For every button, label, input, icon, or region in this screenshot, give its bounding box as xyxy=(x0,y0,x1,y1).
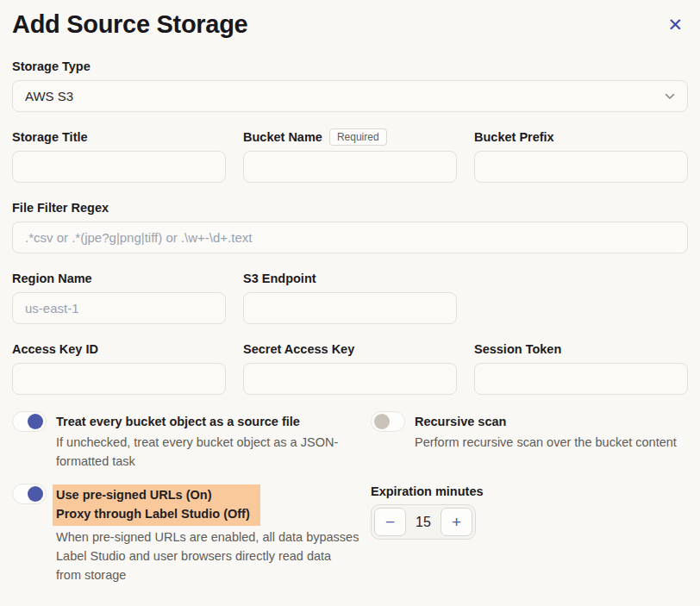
storage-title-label: Storage Title xyxy=(12,128,226,146)
chevron-down-icon xyxy=(665,93,675,100)
toggle-knob xyxy=(28,486,43,502)
file-filter-section: File Filter Regex xyxy=(12,198,688,253)
recursive-scan-toggle[interactable] xyxy=(371,411,405,432)
file-filter-regex-input[interactable] xyxy=(12,222,688,253)
presigned-toggle-description: When pre-signed URLs are enabled, all da… xyxy=(56,528,359,584)
source-file-toggle-label: Treat every bucket object as a source fi… xyxy=(56,412,359,431)
dialog-header: Add Source Storage ✕ xyxy=(12,10,688,39)
access-key-id-label: Access Key ID xyxy=(12,340,226,358)
storage-type-value: AWS S3 xyxy=(25,89,73,103)
source-file-toggle-description: If unchecked, treat every bucket object … xyxy=(56,433,359,471)
region-name-input[interactable] xyxy=(12,292,226,324)
bucket-name-label-text: Bucket Name xyxy=(243,130,322,144)
storage-title-field-group: Storage Title xyxy=(12,128,226,183)
access-key-id-field-group: Access Key ID xyxy=(12,340,226,395)
access-key-id-input[interactable] xyxy=(12,363,226,395)
presigned-label-line2: Proxy through Label Studio (Off) xyxy=(56,504,250,523)
bucket-name-field-group: Bucket Name Required xyxy=(243,128,457,183)
increase-button[interactable]: + xyxy=(441,508,472,536)
storage-title-input[interactable] xyxy=(12,151,226,183)
presigned-urls-toggle[interactable] xyxy=(12,484,47,504)
toggle-row-1: Treat every bucket object as a source fi… xyxy=(12,412,688,471)
recursive-scan-toggle-group: Recursive scan Perform recursive scan ov… xyxy=(371,412,688,471)
secret-access-key-input[interactable] xyxy=(243,363,457,395)
bucket-row: Storage Title Bucket Name Required Bucke… xyxy=(12,128,688,183)
recursive-scan-toggle-description: Perform recursive scan over the bucket c… xyxy=(415,433,677,452)
bucket-prefix-field-group: Bucket Prefix xyxy=(474,128,688,183)
presigned-text: Use pre-signed URLs (On) Proxy through L… xyxy=(56,484,359,584)
recursive-scan-toggle-label: Recursive scan xyxy=(415,412,677,431)
credentials-row: Access Key ID Secret Access Key Session … xyxy=(12,340,688,395)
required-badge: Required xyxy=(329,128,387,146)
s3-endpoint-field-group: S3 Endpoint xyxy=(243,269,457,324)
source-file-text: Treat every bucket object as a source fi… xyxy=(56,412,359,471)
s3-endpoint-input[interactable] xyxy=(243,292,457,324)
toggle-knob xyxy=(28,414,43,429)
session-token-label: Session Token xyxy=(474,340,688,358)
region-name-label: Region Name xyxy=(12,269,226,287)
expiration-group: Expiration minutes − 15 + xyxy=(371,484,688,584)
region-name-field-group: Region Name xyxy=(12,269,226,324)
bucket-name-label: Bucket Name Required xyxy=(243,128,457,146)
presigned-toggle-group: Use pre-signed URLs (On) Proxy through L… xyxy=(12,484,371,584)
source-file-toggle-group: Treat every bucket object as a source fi… xyxy=(12,412,371,471)
recursive-scan-text: Recursive scan Perform recursive scan ov… xyxy=(415,412,677,452)
bucket-prefix-input[interactable] xyxy=(474,151,688,183)
storage-type-label: Storage Type xyxy=(12,57,688,75)
source-file-toggle[interactable] xyxy=(12,411,47,432)
decrease-button[interactable]: − xyxy=(374,508,406,536)
empty-column xyxy=(474,269,688,324)
toggle-knob xyxy=(374,414,390,429)
toggle-row-2: Use pre-signed URLs (On) Proxy through L… xyxy=(12,484,688,584)
session-token-field-group: Session Token xyxy=(474,340,688,395)
presigned-label-line1: Use pre-signed URLs (On) xyxy=(56,485,250,504)
secret-access-key-label: Secret Access Key xyxy=(243,340,457,358)
page-title: Add Source Storage xyxy=(12,10,247,39)
session-token-input[interactable] xyxy=(474,363,688,395)
file-filter-regex-label: File Filter Regex xyxy=(12,198,688,216)
presigned-highlighted-label: Use pre-signed URLs (On) Proxy through L… xyxy=(53,484,260,526)
bucket-name-input[interactable] xyxy=(243,151,457,183)
close-icon[interactable]: ✕ xyxy=(662,12,688,37)
bucket-prefix-label: Bucket Prefix xyxy=(474,128,688,146)
storage-type-section: Storage Type AWS S3 xyxy=(12,57,688,112)
expiration-minutes-stepper: − 15 + xyxy=(371,504,476,540)
s3-endpoint-label: S3 Endpoint xyxy=(243,269,457,287)
region-row: Region Name S3 Endpoint xyxy=(12,269,688,324)
expiration-minutes-value: 15 xyxy=(406,515,441,530)
storage-type-select[interactable]: AWS S3 xyxy=(12,80,688,112)
secret-access-key-field-group: Secret Access Key xyxy=(243,340,457,395)
expiration-minutes-label: Expiration minutes xyxy=(371,484,688,498)
